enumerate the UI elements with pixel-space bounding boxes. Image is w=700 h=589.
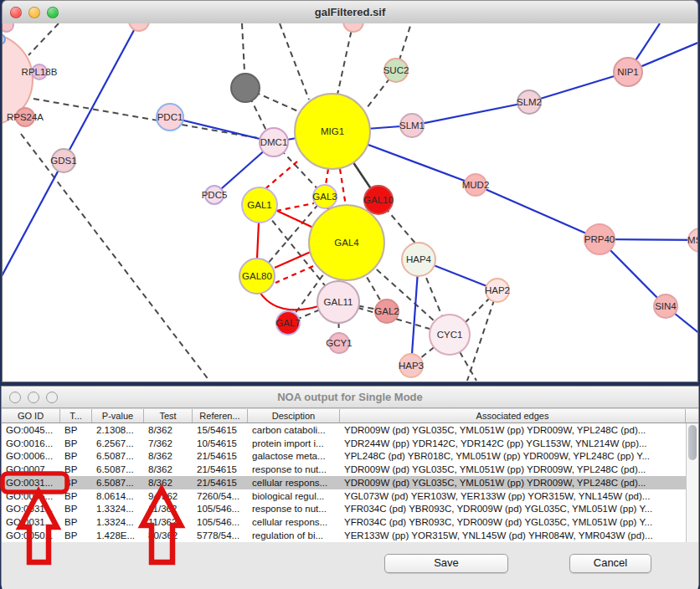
graph-edge[interactable] — [467, 290, 497, 381]
zoom-button[interactable] — [47, 7, 59, 18]
node-label-SLM2: SLM2 — [517, 97, 542, 107]
column-header-go-id[interactable]: GO ID — [2, 409, 60, 423]
minimize-button[interactable] — [28, 7, 40, 18]
node-label-PRP40: PRP40 — [584, 234, 615, 244]
graph-edge[interactable] — [64, 23, 139, 161]
cell: BP — [60, 517, 92, 527]
graph-edge[interactable] — [337, 23, 353, 95]
graph-edge[interactable] — [275, 266, 313, 283]
close-button-inactive[interactable] — [9, 392, 21, 403]
node-label-GAL1: GAL1 — [247, 200, 271, 210]
cell: BP — [60, 464, 92, 474]
cell: 15/54615 — [193, 425, 248, 435]
graph-edge[interactable] — [3, 161, 64, 276]
table-row[interactable]: GO:0007...BP6.5087...8/36221/54615respon… — [2, 463, 698, 476]
node-unlabeled[interactable] — [343, 23, 363, 32]
cell: 8.0614... — [92, 491, 144, 501]
table-row[interactable]: GO:0006...BP6.5087...8/36221/54615galact… — [2, 450, 698, 464]
column-header-referen-[interactable]: Referen... — [193, 409, 248, 423]
node-label-GAL2: GAL2 — [374, 306, 399, 316]
graph-edge[interactable] — [280, 23, 309, 100]
graph-edge[interactable] — [412, 102, 529, 125]
graph-edge[interactable] — [170, 117, 274, 142]
cell: YER133W (pp) YOR315W, YNL145W (pd) YHR08… — [340, 530, 686, 540]
node-label-NIP1: NIP1 — [617, 67, 639, 77]
node-unlabeled[interactable] — [3, 23, 13, 32]
cell: cellular respons... — [248, 478, 340, 488]
table-row[interactable]: GO:0016...BP6.2567...7/36210/54615protei… — [2, 437, 698, 450]
column-header-test[interactable]: Test — [144, 409, 193, 423]
graph-edge[interactable] — [340, 169, 346, 206]
cell: response to nut... — [248, 464, 340, 474]
node-label-GAL3: GAL3 — [312, 192, 337, 202]
minimize-button-inactive[interactable] — [28, 392, 39, 403]
node-label-GAL80: GAL80 — [242, 271, 272, 281]
column-header-t-[interactable]: T... — [60, 409, 92, 423]
cell: protein import i... — [248, 438, 340, 448]
close-button[interactable] — [10, 7, 22, 18]
table-body: GO:0045...BP2.1308...8/36215/54615carbon… — [2, 423, 698, 542]
cell: 105/546... — [193, 504, 248, 514]
node-label-GAL4: GAL4 — [334, 238, 359, 248]
cell: 1.3324... — [92, 504, 144, 514]
cell: BP — [60, 425, 92, 435]
table-row[interactable]: GO:0031...BP1.3324...11/362105/546...cel… — [2, 515, 698, 529]
graph-edge[interactable] — [257, 223, 259, 259]
node-label-GAL10: GAL10 — [363, 195, 394, 205]
graph-edge[interactable] — [263, 161, 297, 191]
cell: YDR009W (pd) YGL035C, YML051W (pp) YDR00… — [340, 425, 686, 435]
graph-window-titlebar[interactable]: galFiltered.sif — [2, 0, 698, 24]
cell: 21/54615 — [193, 478, 248, 488]
cell: GO:0006... — [2, 451, 60, 461]
cell: galactose meta... — [248, 451, 340, 461]
node-label-MUD2: MUD2 — [462, 180, 490, 190]
graph-edge[interactable] — [275, 252, 311, 268]
cell: 8/362 — [144, 425, 193, 435]
cell: YPL248C (pd) YBR018C, YML051W (pp) YDR00… — [340, 451, 686, 461]
table-row[interactable]: GO:0031...BP6.5087...8/36221/54615cellul… — [2, 476, 698, 489]
column-header-p-value[interactable]: P-value — [92, 409, 144, 423]
scrollbar-thumb[interactable] — [688, 425, 697, 460]
node-label-GCY1: GCY1 — [326, 338, 352, 348]
node-unlabeled[interactable] — [231, 74, 260, 102]
node-label-SIN4: SIN4 — [655, 301, 677, 311]
node-label-SLM1: SLM1 — [399, 120, 425, 131]
cell: 1.3324... — [92, 517, 144, 527]
save-button[interactable]: Save — [384, 554, 508, 573]
table-row[interactable]: GO:0050...BP1.428E...80/3625778/54...reg… — [2, 529, 698, 542]
cell: 8/362 — [144, 451, 193, 461]
node-unlabeled[interactable] — [3, 34, 5, 44]
graph-window-title: galFiltered.sif — [315, 6, 386, 18]
cell: 8/362 — [144, 464, 193, 474]
cell: GO:0007... — [2, 464, 60, 474]
column-header-desciption[interactable]: Desciption — [248, 409, 340, 423]
node-unlabeled[interactable] — [129, 23, 149, 31]
table-row[interactable]: GO:0031...BP1.3324...11/362105/546...res… — [2, 503, 698, 516]
graph-window: galFiltered.sif RPL18BRPS24AGDS1PDC1PDC5… — [2, 0, 698, 382]
cell: 6.5087... — [92, 451, 144, 461]
cell: 21/54615 — [193, 451, 248, 461]
node-label-GAL7: GAL7 — [275, 318, 300, 328]
vertical-scrollbar[interactable] — [686, 423, 698, 542]
graph-edge[interactable] — [277, 211, 313, 228]
cancel-button[interactable]: Cancel — [569, 554, 651, 573]
graph-edge[interactable] — [276, 203, 314, 211]
network-canvas[interactable]: RPL18BRPS24AGDS1PDC1PDC5MIG1SUC2SLM1DMC1… — [2, 23, 698, 382]
graph-edge[interactable] — [28, 23, 59, 55]
graph-edge[interactable] — [529, 72, 628, 102]
table-row[interactable]: GO:0045...BP2.1308...8/36215/54615carbon… — [2, 423, 698, 437]
graph-edge[interactable] — [33, 99, 272, 141]
cell: 7260/54... — [193, 491, 248, 501]
column-header-associated-edges[interactable]: Associated edges — [340, 409, 686, 423]
cell: 10/54615 — [193, 438, 248, 448]
node-label-HAP2: HAP2 — [485, 285, 510, 295]
table-header-row: GO IDT...P-valueTestReferen...Desciption… — [2, 408, 698, 423]
cell: GO:0031... — [2, 478, 60, 488]
graph-edge[interactable] — [21, 134, 209, 381]
zoom-button-inactive[interactable] — [46, 392, 58, 403]
node-label-GDS1: GDS1 — [50, 156, 76, 166]
noa-window-titlebar[interactable]: NOA output for Single Mode — [2, 387, 698, 408]
table-row[interactable]: GO:0065...BP8.0614...94/3627260/54...bio… — [2, 489, 698, 503]
graph-edge[interactable] — [476, 185, 600, 239]
cell: BP — [60, 530, 92, 540]
